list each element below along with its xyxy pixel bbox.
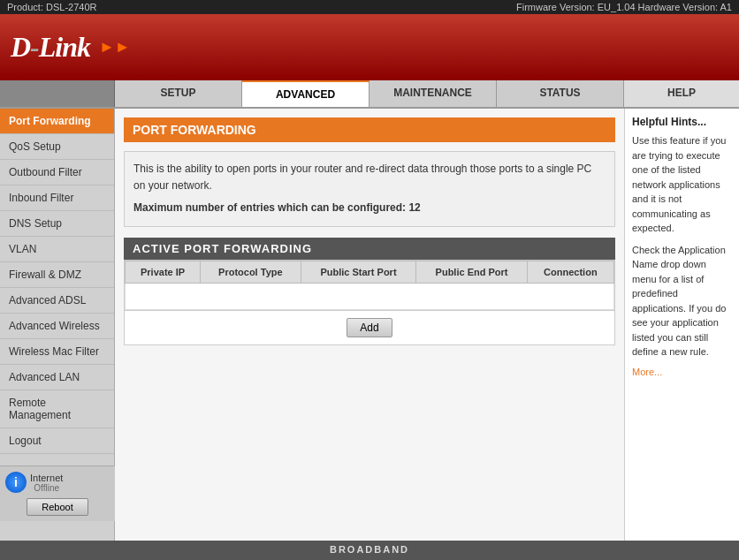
description-text: This is the ability to open ports in you…	[133, 161, 606, 194]
col-protocol-type: Protocol Type	[201, 261, 301, 283]
table-row-empty	[126, 283, 614, 309]
help-para-2: Check the Application Name drop down men…	[632, 243, 732, 359]
logo-text: D-Link	[11, 31, 90, 64]
footer-label: BROADBAND	[330, 544, 409, 555]
col-connection: Connection	[527, 261, 613, 283]
logo-arrow-icon: ►►	[99, 38, 131, 57]
status-label: Offline	[30, 483, 63, 493]
sidebar-item-advanced-adsl[interactable]: Advanced ADSL	[0, 288, 114, 314]
firmware-label: Firmware Version: EU_1.04 Hardware Versi…	[516, 2, 732, 12]
reboot-button[interactable]: Reboot	[27, 498, 88, 516]
sidebar-item-outbound-filter[interactable]: Outbound Filter	[0, 160, 114, 185]
product-label: Product: DSL-2740R	[7, 2, 97, 12]
sidebar-item-dns[interactable]: DNS Setup	[0, 211, 114, 237]
more-link[interactable]: More...	[632, 367, 662, 377]
tab-help[interactable]: HELP	[624, 80, 739, 107]
sidebar-item-vlan[interactable]: VLAN	[0, 237, 114, 262]
sidebar-item-wireless-mac[interactable]: Wireless Mac Filter	[0, 339, 114, 365]
tab-maintenance[interactable]: MAINTENANCE	[370, 80, 497, 107]
internet-label: Internet	[30, 473, 63, 483]
col-public-start-port: Public Start Port	[301, 261, 416, 283]
sidebar-item-advanced-lan[interactable]: Advanced LAN	[0, 365, 114, 390]
sidebar-item-inbound-filter[interactable]: Inbound Filter	[0, 185, 114, 211]
sidebar-item-remote-mgmt[interactable]: Remote Management	[0, 390, 114, 428]
sidebar-item-advanced-wireless[interactable]: Advanced Wireless	[0, 314, 114, 339]
tab-advanced[interactable]: ADVANCED	[242, 80, 370, 107]
page-title: PORT FORWARDING	[124, 117, 615, 142]
max-entries-text: Maximum number of entries which can be c…	[133, 200, 606, 216]
add-button[interactable]: Add	[347, 318, 392, 337]
help-title: Helpful Hints...	[632, 116, 732, 128]
sidebar-item-logout[interactable]: Logout	[0, 428, 114, 454]
active-section-title: ACTIVE PORT FORWARDING	[124, 238, 615, 260]
col-private-ip: Private IP	[126, 261, 201, 283]
help-para-1: Use this feature if you are trying to ex…	[632, 133, 732, 236]
sidebar-item-qos[interactable]: QoS Setup	[0, 134, 114, 160]
info-box: This is the ability to open ports in you…	[124, 151, 615, 227]
col-public-end-port: Public End Port	[416, 261, 527, 283]
tab-setup[interactable]: SETUP	[115, 80, 242, 107]
sidebar-item-port-forwarding[interactable]: Port Forwarding	[0, 109, 114, 134]
sidebar-item-firewall[interactable]: Firewall & DMZ	[0, 262, 114, 288]
tab-status[interactable]: STATUS	[497, 80, 624, 107]
internet-icon: i	[5, 472, 27, 493]
